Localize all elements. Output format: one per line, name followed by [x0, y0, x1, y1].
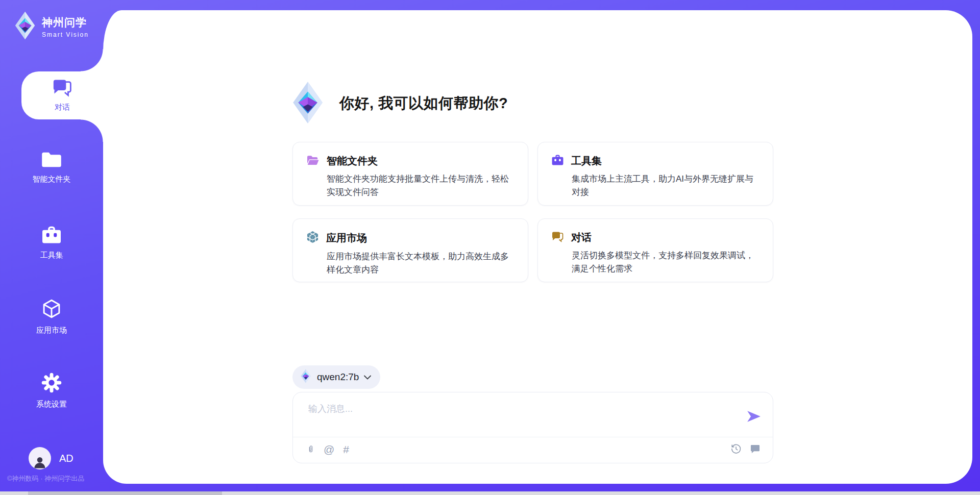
active-tab-bottom-curve	[81, 119, 103, 142]
active-tab-top-curve	[81, 49, 103, 71]
shortcut-cards: 智能文件夹 智能文件夹功能支持批量文件上传与清洗，轻松实现文件问答 工具集 集成…	[292, 142, 773, 282]
chevron-down-icon	[364, 373, 371, 382]
sidebar-item-label: 应用市场	[36, 326, 67, 335]
chat-icon	[52, 79, 72, 99]
brand-gem-icon	[13, 11, 37, 42]
model-gem-icon	[300, 369, 312, 385]
greeting: 你好, 我可以如何帮助你?	[292, 82, 508, 126]
send-button[interactable]	[746, 410, 762, 425]
chat-icon	[551, 231, 564, 244]
topic-button[interactable]: #	[343, 444, 349, 455]
message-composer: @ #	[292, 392, 773, 463]
cube-icon	[40, 298, 63, 321]
gear-icon	[41, 372, 62, 395]
toolbox-icon	[41, 226, 62, 246]
app-market-icon	[306, 231, 319, 245]
send-icon	[746, 410, 762, 423]
chat-bubble-icon	[750, 444, 761, 454]
sidebar-item-market[interactable]: 应用市场	[0, 298, 103, 335]
folder-open-icon	[306, 155, 320, 168]
card-description: 应用市场提供丰富长文本模板，助力高效生成多样化文章内容	[306, 250, 514, 276]
card-title: 对话	[571, 231, 592, 244]
horizontal-scrollbar-thumb[interactable]	[28, 491, 222, 495]
attach-file-button[interactable]	[307, 443, 315, 455]
mention-button[interactable]: @	[324, 444, 334, 455]
sidebar-item-label: 系统设置	[36, 400, 67, 409]
model-selector[interactable]: qwen2:7b	[292, 365, 380, 389]
card-title: 智能文件夹	[327, 154, 378, 168]
greeting-text: 你好, 我可以如何帮助你?	[339, 93, 508, 114]
brand-name: 神州问学	[42, 15, 89, 30]
sidebar-item-folders[interactable]: 智能文件夹	[0, 151, 103, 184]
folder-icon	[40, 151, 63, 170]
card-chat[interactable]: 对话 灵活切换多模型文件，支持多样回复效果调试，满足个性化需求	[537, 218, 773, 282]
composer-divider	[293, 437, 773, 437]
card-toolbox[interactable]: 工具集 集成市场上主流工具，助力AI与外界无缝扩展与对接	[537, 142, 773, 206]
card-app-market[interactable]: 应用市场 应用市场提供丰富长文本模板，助力高效生成多样化文章内容	[292, 218, 528, 282]
card-description: 集成市场上主流工具，助力AI与外界无缝扩展与对接	[551, 172, 760, 199]
horizontal-scrollbar[interactable]	[0, 491, 980, 495]
avatar	[29, 447, 51, 469]
message-input[interactable]	[308, 404, 737, 414]
sidebar-item-toolbox[interactable]: 工具集	[0, 226, 103, 260]
sidebar-footer: ©神州数码 · 神州问学出品	[7, 474, 84, 483]
greeting-gem-icon	[292, 81, 323, 126]
sidebar-item-settings[interactable]: 系统设置	[0, 372, 103, 409]
model-name: qwen2:7b	[317, 372, 359, 383]
sidebar-item-chat[interactable]: 对话	[21, 71, 103, 119]
history-button[interactable]	[730, 443, 742, 454]
sidebar-item-label: 对话	[55, 103, 70, 112]
sidebar-item-label: 工具集	[40, 251, 63, 260]
toolbox-icon	[551, 155, 564, 168]
card-title: 工具集	[571, 154, 602, 168]
card-description: 灵活切换多模型文件，支持多样回复效果调试，满足个性化需求	[551, 249, 760, 275]
sidebar: 神州问学 Smart Vision 对话 智能文件夹	[0, 0, 103, 495]
user-initials: AD	[59, 453, 74, 464]
user-account[interactable]: AD	[29, 447, 74, 469]
feedback-button[interactable]	[750, 444, 761, 454]
brand: 神州问学 Smart Vision	[13, 11, 89, 42]
main-panel: 你好, 我可以如何帮助你? 智能文件夹 智能文件夹功能支持批量文件上传与清洗，轻…	[103, 10, 972, 484]
card-smart-folder[interactable]: 智能文件夹 智能文件夹功能支持批量文件上传与清洗，轻松实现文件问答	[292, 142, 528, 206]
card-title: 应用市场	[326, 231, 367, 245]
paperclip-icon	[307, 443, 315, 455]
history-icon	[730, 443, 742, 454]
card-description: 智能文件夹功能支持批量文件上传与清洗，轻松实现文件问答	[306, 172, 514, 199]
brand-subtitle: Smart Vision	[42, 31, 89, 38]
sidebar-item-label: 智能文件夹	[33, 175, 71, 184]
